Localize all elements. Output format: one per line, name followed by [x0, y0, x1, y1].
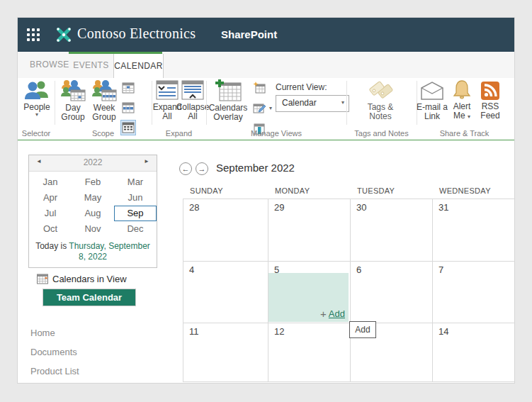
- group-label-selector: Selector: [18, 129, 55, 139]
- mini-cal-month[interactable]: Apr: [29, 190, 72, 206]
- group-label-expand: Expand: [152, 129, 206, 139]
- ribbon: People ▾ Day Group: [18, 78, 514, 141]
- collapse-all-button[interactable]: Collapse All: [177, 79, 208, 121]
- scope-view-stack: [120, 80, 136, 135]
- calendar-day-cell[interactable]: 30: [350, 199, 432, 261]
- sidebar-item-documents[interactable]: Documents: [30, 347, 77, 357]
- email-link-button[interactable]: E-mail a Link: [415, 79, 449, 121]
- calendar-day-cell[interactable]: 4: [183, 261, 268, 323]
- modify-view-icon[interactable]: ▾: [251, 101, 267, 116]
- create-view-icon[interactable]: [251, 80, 267, 96]
- group-label-manage-views: Manage Views: [206, 129, 346, 139]
- next-month-button[interactable]: →: [196, 162, 208, 175]
- current-view-value: Calendar: [282, 98, 317, 108]
- page-content: ◄ 2022 ► Jan Feb Mar Apr May Jun Jul Aug…: [18, 140, 514, 383]
- day-group-button[interactable]: Day Group: [57, 79, 89, 122]
- collapse-all-icon: [181, 79, 204, 101]
- sidebar-item-product-list[interactable]: Product List: [30, 366, 79, 376]
- current-view-label: Current View:: [276, 82, 327, 92]
- add-tooltip: Add: [349, 321, 376, 338]
- calendars-overlay-button[interactable]: Calendars Overlay: [210, 79, 246, 122]
- date-number: 7: [438, 264, 443, 275]
- alert-me-button[interactable]: Alert Me ▾: [449, 79, 475, 121]
- day-group-icon: [60, 79, 86, 101]
- day-header-tuesday: TUESDAY: [357, 186, 395, 195]
- calendar-day-cell[interactable]: 7: [432, 261, 514, 323]
- rss-feed-button[interactable]: RSS Feed: [476, 79, 504, 121]
- month-grid: 28 29 30 31 4 5 6 7 11 12 13 14 + Add Ad…: [183, 199, 514, 382]
- prev-month-button[interactable]: ←: [179, 162, 192, 175]
- people-button[interactable]: People ▾: [21, 79, 53, 118]
- week-group-button[interactable]: Week Group: [89, 79, 120, 122]
- calendar-day-cell[interactable]: 12: [268, 323, 350, 381]
- calendar-day-cell[interactable]: 6: [350, 261, 432, 323]
- day-view-icon[interactable]: [120, 80, 136, 96]
- people-icon: [24, 79, 50, 101]
- today-date-link[interactable]: Thursday, September 8, 2022: [69, 241, 150, 262]
- add-event-label: Add: [329, 308, 345, 319]
- today-prefix: Today is: [35, 241, 67, 251]
- app-launcher-icon[interactable]: [27, 28, 40, 41]
- mini-cal-month[interactable]: May: [72, 190, 114, 206]
- week-group-label: Week Group: [89, 104, 120, 122]
- chevron-down-icon: ▾: [35, 112, 38, 118]
- calendars-in-view-label: Calendars in View: [52, 274, 127, 284]
- tags-notes-button[interactable]: Tags & Notes: [363, 79, 397, 121]
- add-event-link[interactable]: + Add: [320, 308, 345, 320]
- date-number: 31: [438, 202, 448, 213]
- current-view-dropdown[interactable]: Calendar ▾: [276, 95, 349, 112]
- calendars-in-view: Calendars in View: [37, 274, 127, 284]
- calendar-day-cell[interactable]: 14: [432, 323, 514, 381]
- brand-title: Contoso Electronics: [77, 26, 196, 42]
- expand-all-icon: [156, 79, 179, 101]
- date-number: 11: [189, 326, 199, 337]
- selected-day-highlight[interactable]: + Add: [268, 273, 349, 322]
- tab-calendar-label: CALENDAR: [114, 61, 163, 71]
- tab-calendar[interactable]: CALENDAR: [113, 54, 164, 78]
- tab-browse[interactable]: BROWSE: [30, 60, 69, 69]
- plus-icon: +: [320, 308, 327, 320]
- ribbon-divider: [206, 81, 207, 125]
- envelope-icon: [420, 82, 444, 101]
- mini-cal-month-selected[interactable]: Sep: [114, 206, 157, 221]
- mini-calendar: ◄ 2022 ► Jan Feb Mar Apr May Jun Jul Aug…: [28, 155, 157, 268]
- tab-events[interactable]: EVENTS: [69, 54, 113, 78]
- sidebar-item-home[interactable]: Home: [30, 328, 55, 338]
- mini-cal-month[interactable]: Mar: [114, 174, 157, 190]
- mini-cal-month[interactable]: Jul: [29, 206, 72, 221]
- bell-icon: [453, 79, 471, 100]
- email-link-label: E-mail a Link: [415, 103, 449, 121]
- next-year-icon[interactable]: ►: [144, 158, 149, 164]
- calendar-day-cell[interactable]: 28: [183, 199, 268, 261]
- mini-calendar-year: 2022: [29, 157, 157, 167]
- week-view-icon[interactable]: [120, 100, 136, 116]
- day-header-monday: MONDAY: [275, 186, 310, 195]
- rss-icon: [481, 82, 499, 100]
- mini-cal-month[interactable]: Feb: [72, 174, 114, 190]
- calendar-day-cell[interactable]: 29: [268, 199, 350, 261]
- mini-cal-month[interactable]: Dec: [114, 221, 157, 237]
- team-calendar-button[interactable]: Team Calendar: [43, 289, 136, 306]
- mini-cal-month[interactable]: Jan: [29, 174, 72, 190]
- sharepoint-label: SharePoint: [221, 28, 277, 40]
- group-label-tags-and-notes: Tags and Notes: [346, 129, 417, 139]
- mini-calendar-months: Jan Feb Mar Apr May Jun Jul Aug Sep Oct …: [29, 172, 157, 238]
- date-number: 30: [356, 202, 366, 213]
- date-number: 29: [274, 202, 284, 213]
- day-group-label: Day Group: [57, 104, 89, 122]
- calendar-day-cell[interactable]: 31: [432, 199, 514, 261]
- chevron-down-icon: ▾: [341, 100, 344, 106]
- tags-icon: [367, 79, 394, 101]
- alert-me-label: Alert Me ▾: [449, 102, 475, 121]
- sharepoint-window: Contoso Electronics SharePoint BROWSE EV…: [18, 18, 514, 383]
- mini-cal-month[interactable]: Aug: [72, 206, 114, 221]
- ribbon-tab-strip: BROWSE EVENTS CALENDAR: [18, 52, 514, 79]
- today-text: Today is Thursday, September 8, 2022: [29, 238, 157, 267]
- calendar-day-cell[interactable]: 11: [183, 323, 268, 381]
- mini-cal-month[interactable]: Oct: [29, 221, 72, 237]
- date-number: 12: [274, 326, 284, 337]
- day-header-sunday: SUNDAY: [190, 186, 223, 195]
- mini-cal-month[interactable]: Jun: [114, 190, 157, 206]
- month-title: September 2022: [216, 162, 295, 174]
- mini-cal-month[interactable]: Nov: [72, 221, 114, 237]
